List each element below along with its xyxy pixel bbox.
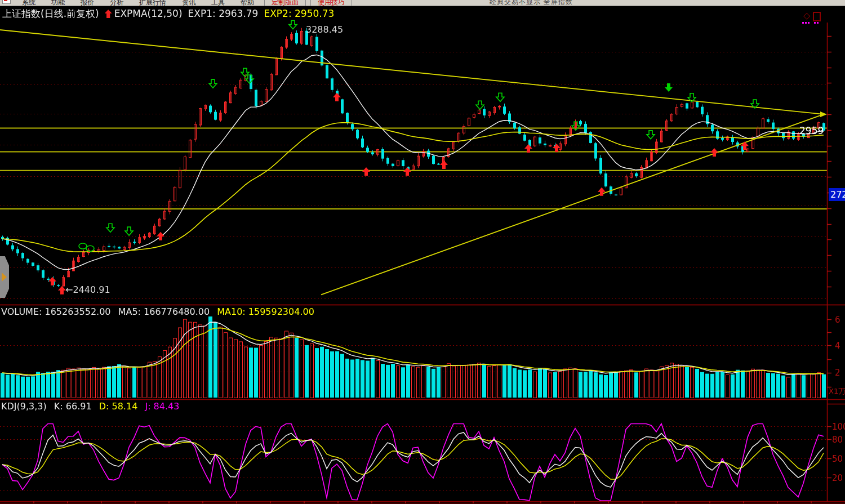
diamond-icon[interactable]: ◇ <box>803 11 810 20</box>
dot-icon <box>814 22 816 24</box>
dot-icon <box>817 22 819 24</box>
dot-icon <box>802 22 804 24</box>
dot-icon <box>808 22 810 24</box>
sidebar-flyout-handle[interactable] <box>0 256 9 298</box>
dot-icon <box>805 22 807 24</box>
expand-arrow-icon <box>2 273 7 282</box>
chart-canvas[interactable] <box>0 0 845 504</box>
trading-app-window: { "menu": { "items": ["系统", "功能", "报价", … <box>0 0 845 504</box>
window-box-icon[interactable] <box>813 12 821 21</box>
